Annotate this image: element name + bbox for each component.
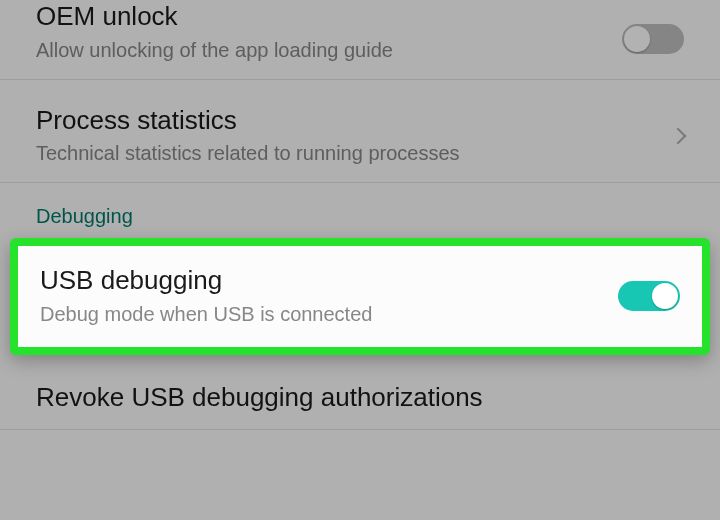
oem-unlock-toggle[interactable] bbox=[622, 24, 684, 54]
row-subtitle: Debug mode when USB is connected bbox=[40, 301, 372, 327]
section-header-debugging: Debugging bbox=[0, 183, 720, 238]
row-usb-debugging[interactable]: USB debugging Debug mode when USB is con… bbox=[40, 246, 680, 347]
row-subtitle: Allow unlocking of the app loading guide bbox=[36, 37, 393, 63]
chevron-right-icon bbox=[670, 127, 687, 144]
highlight-frame: USB debugging Debug mode when USB is con… bbox=[10, 238, 710, 355]
row-title: USB debugging bbox=[40, 264, 372, 297]
row-title: Process statistics bbox=[36, 104, 460, 137]
row-revoke-usb-auth[interactable]: Revoke USB debugging authorizations bbox=[0, 367, 720, 431]
row-title: OEM unlock bbox=[36, 0, 393, 33]
row-oem-unlock[interactable]: OEM unlock Allow unlocking of the app lo… bbox=[0, 0, 720, 80]
row-subtitle: Technical statistics related to running … bbox=[36, 140, 460, 166]
developer-options-list: OEM unlock Allow unlocking of the app lo… bbox=[0, 0, 720, 520]
row-process-statistics[interactable]: Process statistics Technical statistics … bbox=[0, 90, 720, 184]
usb-debugging-toggle[interactable] bbox=[618, 281, 680, 311]
row-title: Revoke USB debugging authorizations bbox=[36, 381, 483, 414]
